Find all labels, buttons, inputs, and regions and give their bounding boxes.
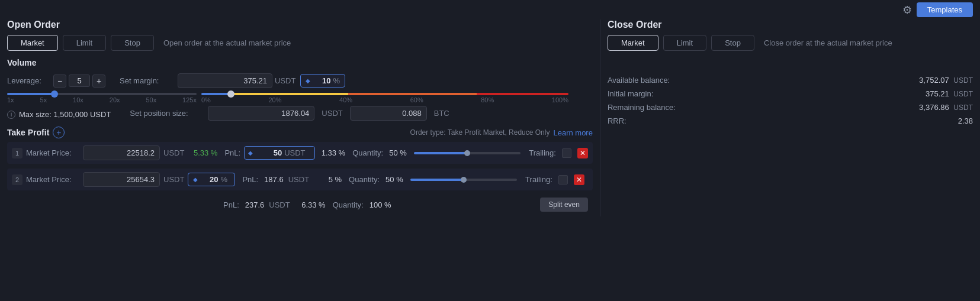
available-balance-label: Available balance: — [608, 76, 670, 85]
position-usdt-input[interactable] — [208, 106, 314, 121]
leverage-slider-area: 1x 5x 10x 20x 50x 125x 0% 20% — [7, 93, 593, 103]
summary-pnl-pct: 6.33 % — [296, 200, 326, 209]
open-order-type-row: Market Limit Stop Open order at the actu… — [7, 35, 593, 51]
margin-percent-sign: % — [333, 76, 340, 85]
pnl-label-2: PnL: — [242, 175, 258, 184]
pnl-input-1[interactable] — [255, 148, 282, 157]
available-balance-value: 3,752.07 USDT — [919, 76, 973, 85]
qty-value-1: 50 % — [389, 148, 410, 157]
pnl-pct-1: 1.33 % — [319, 148, 345, 157]
leverage-control: − + — [53, 75, 105, 88]
set-margin-label: Set margin: — [120, 76, 173, 85]
position-btc-unit: BTC — [434, 109, 449, 118]
margin-value-input[interactable] — [178, 73, 272, 88]
rrr-value: 2.38 — [958, 116, 973, 125]
pnl-group-1: ◆ USDT — [244, 146, 315, 160]
tp-price-unit-1: USDT — [163, 148, 184, 157]
summary-pnl-label: PnL: — [223, 200, 239, 209]
position-row: i Max size: 1,500,000 USDT Set position … — [7, 106, 593, 121]
diamond-icon: ◆ — [306, 77, 310, 84]
summary-qty-value: 100 % — [369, 200, 399, 209]
tp-row-1: 1 Market Price: USDT 5.33 % PnL: ◆ USDT … — [7, 142, 593, 164]
pnl-diamond-1: ◆ — [248, 150, 253, 156]
volume-section: Volume Leverage: − + Set margin: USDT ◆ — [7, 58, 593, 121]
available-balance-row: Available balance: 3,752.07 USDT — [608, 73, 973, 87]
tp-pct-sign-2: % — [220, 175, 227, 184]
summary-qty-label: Quantity: — [333, 200, 364, 209]
order-type-info: Order type: Take Profit Market, Reduce O… — [410, 128, 550, 137]
trailing-checkbox-1[interactable] — [562, 148, 571, 158]
initial-margin-value-group: 375.21 USDT — [926, 89, 973, 98]
open-order-limit-btn[interactable]: Limit — [63, 35, 106, 51]
close-order-stop-btn[interactable]: Stop — [711, 35, 754, 51]
qty-slider-1[interactable] — [414, 152, 520, 154]
remaining-balance-num: 3,376.86 — [919, 103, 949, 112]
balance-section: Available balance: 3,752.07 USDT Initial… — [608, 73, 973, 128]
available-balance-num: 3,752.07 — [919, 76, 949, 85]
tp-price-input-2[interactable] — [83, 172, 160, 187]
tp-market-price-label-1: Market Price: — [26, 148, 79, 157]
leverage-mark-5x: 5x — [40, 96, 47, 103]
leverage-slider-container[interactable]: 1x 5x 10x 20x 50x 125x — [7, 93, 197, 103]
leverage-value-input[interactable] — [69, 75, 90, 87]
tp-row-num-1: 1 — [12, 148, 23, 158]
remaining-balance-label: Remaining balance: — [608, 103, 676, 112]
tp-price-input-1[interactable] — [83, 145, 160, 160]
leverage-mark-125x: 125x — [182, 96, 197, 103]
rrr-label: RRR: — [608, 116, 626, 125]
margin-mark-80: 80% — [481, 96, 494, 103]
delete-tp-2-btn[interactable]: ✕ — [574, 174, 584, 185]
close-order-desc: Close order at the actual market price — [764, 38, 892, 47]
qty-slider-2[interactable] — [410, 179, 517, 181]
remaining-balance-row: Remaining balance: 3,376.86 USDT — [608, 101, 973, 114]
info-icon: i — [7, 111, 15, 119]
margin-mark-100: 100% — [552, 96, 568, 103]
take-profit-section: Take Profit + Order type: Take Profit Ma… — [7, 127, 593, 214]
initial-margin-num: 375.21 — [926, 89, 949, 98]
margin-percent-input[interactable] — [313, 76, 330, 85]
margin-mark-20: 20% — [268, 96, 281, 103]
leverage-minus-btn[interactable]: − — [53, 75, 66, 88]
templates-button[interactable]: Templates — [917, 2, 973, 17]
close-order-panel: Close Order Market Limit Stop Close orde… — [600, 20, 973, 216]
position-usdt-unit: USDT — [322, 109, 342, 118]
leverage-row: Leverage: − + Set margin: USDT ◆ % — [7, 73, 593, 88]
close-order-limit-btn[interactable]: Limit — [663, 35, 706, 51]
available-balance-unit: USDT — [953, 76, 973, 85]
tp-row-num-2: 2 — [12, 174, 23, 185]
open-order-market-btn[interactable]: Market — [7, 35, 58, 51]
open-order-stop-btn[interactable]: Stop — [111, 35, 154, 51]
leverage-label: Leverage: — [7, 76, 49, 85]
pnl-unit-1: USDT — [284, 148, 305, 157]
set-position-label: Set position size: — [130, 109, 201, 118]
gear-icon[interactable]: ⚙ — [902, 4, 912, 17]
margin-slider-container[interactable]: 0% 20% 40% 60% 80% 100% — [201, 93, 568, 103]
qty-label-1: Quantity: — [352, 148, 383, 157]
close-order-market-btn[interactable]: Market — [608, 35, 658, 51]
add-take-profit-btn[interactable]: + — [53, 127, 65, 138]
learn-more-link[interactable]: Learn more — [553, 128, 592, 137]
tp-pct-diamond-2: ◆ — [193, 176, 198, 183]
leverage-plus-btn[interactable]: + — [92, 75, 105, 88]
trailing-checkbox-2[interactable] — [558, 175, 568, 185]
tp-price-pct-1: 5.33 % — [188, 148, 217, 157]
take-profit-title: Take Profit — [7, 128, 49, 137]
max-size-label: Max size: 1,500,000 USDT — [19, 110, 111, 119]
tp-pct-input-2[interactable] — [200, 175, 218, 184]
pnl-pct-2: 5 % — [315, 175, 342, 184]
take-profit-header: Take Profit + Order type: Take Profit Ma… — [7, 127, 593, 138]
leverage-mark-20x: 20x — [110, 96, 120, 103]
open-order-title: Open Order — [7, 20, 593, 30]
leverage-mark-50x: 50x — [146, 96, 156, 103]
margin-percent-group: ◆ % — [300, 74, 345, 88]
trailing-label-2: Trailing: — [525, 175, 552, 184]
remaining-balance-value-group: 3,376.86 USDT — [919, 103, 973, 112]
split-even-btn[interactable]: Split even — [540, 198, 588, 212]
summary-pnl-value: 237.6 — [245, 200, 265, 209]
tp-summary-row: PnL: 237.6 USDT 6.33 % Quantity: 100 % S… — [7, 195, 593, 214]
position-btc-input[interactable] — [350, 106, 427, 121]
margin-mark-60: 60% — [410, 96, 423, 103]
delete-tp-1-btn[interactable]: ✕ — [577, 148, 588, 158]
open-order-desc: Open order at the actual market price — [163, 38, 291, 47]
close-order-type-row: Market Limit Stop Close order at the act… — [608, 35, 973, 51]
